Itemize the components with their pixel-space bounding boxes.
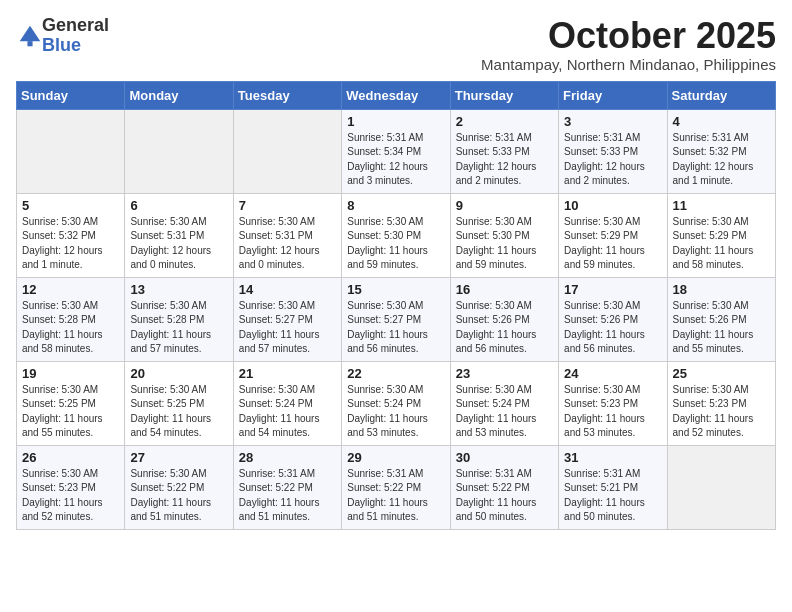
day-number: 3 [564,114,661,129]
day-info: Sunrise: 5:30 AM Sunset: 5:29 PM Dayligh… [564,215,661,273]
calendar-cell: 28Sunrise: 5:31 AM Sunset: 5:22 PM Dayli… [233,445,341,529]
day-info: Sunrise: 5:30 AM Sunset: 5:27 PM Dayligh… [347,299,444,357]
calendar-cell: 1Sunrise: 5:31 AM Sunset: 5:34 PM Daylig… [342,109,450,193]
day-number: 26 [22,450,119,465]
day-number: 13 [130,282,227,297]
header-wednesday: Wednesday [342,81,450,109]
day-number: 23 [456,366,553,381]
day-info: Sunrise: 5:30 AM Sunset: 5:29 PM Dayligh… [673,215,770,273]
calendar-cell: 19Sunrise: 5:30 AM Sunset: 5:25 PM Dayli… [17,361,125,445]
day-info: Sunrise: 5:30 AM Sunset: 5:26 PM Dayligh… [673,299,770,357]
logo-text: General Blue [42,16,109,56]
calendar-cell: 30Sunrise: 5:31 AM Sunset: 5:22 PM Dayli… [450,445,558,529]
calendar-cell: 6Sunrise: 5:30 AM Sunset: 5:31 PM Daylig… [125,193,233,277]
day-info: Sunrise: 5:30 AM Sunset: 5:23 PM Dayligh… [673,383,770,441]
calendar-week-1: 1Sunrise: 5:31 AM Sunset: 5:34 PM Daylig… [17,109,776,193]
day-number: 10 [564,198,661,213]
calendar-cell: 18Sunrise: 5:30 AM Sunset: 5:26 PM Dayli… [667,277,775,361]
day-info: Sunrise: 5:30 AM Sunset: 5:26 PM Dayligh… [564,299,661,357]
day-number: 4 [673,114,770,129]
calendar-cell: 20Sunrise: 5:30 AM Sunset: 5:25 PM Dayli… [125,361,233,445]
day-number: 18 [673,282,770,297]
day-number: 27 [130,450,227,465]
day-info: Sunrise: 5:30 AM Sunset: 5:31 PM Dayligh… [130,215,227,273]
day-info: Sunrise: 5:30 AM Sunset: 5:25 PM Dayligh… [22,383,119,441]
calendar-cell: 8Sunrise: 5:30 AM Sunset: 5:30 PM Daylig… [342,193,450,277]
calendar-cell: 27Sunrise: 5:30 AM Sunset: 5:22 PM Dayli… [125,445,233,529]
day-info: Sunrise: 5:30 AM Sunset: 5:23 PM Dayligh… [564,383,661,441]
calendar-cell: 13Sunrise: 5:30 AM Sunset: 5:28 PM Dayli… [125,277,233,361]
calendar-table: Sunday Monday Tuesday Wednesday Thursday… [16,81,776,530]
calendar-cell: 3Sunrise: 5:31 AM Sunset: 5:33 PM Daylig… [559,109,667,193]
logo-blue: Blue [42,36,109,56]
day-info: Sunrise: 5:30 AM Sunset: 5:28 PM Dayligh… [130,299,227,357]
day-info: Sunrise: 5:30 AM Sunset: 5:25 PM Dayligh… [130,383,227,441]
day-number: 9 [456,198,553,213]
day-info: Sunrise: 5:30 AM Sunset: 5:30 PM Dayligh… [347,215,444,273]
day-number: 28 [239,450,336,465]
day-number: 24 [564,366,661,381]
day-info: Sunrise: 5:30 AM Sunset: 5:30 PM Dayligh… [456,215,553,273]
calendar-cell: 31Sunrise: 5:31 AM Sunset: 5:21 PM Dayli… [559,445,667,529]
calendar-week-3: 12Sunrise: 5:30 AM Sunset: 5:28 PM Dayli… [17,277,776,361]
calendar-cell [125,109,233,193]
day-number: 21 [239,366,336,381]
page-header: General Blue October 2025 Mantampay, Nor… [16,16,776,73]
calendar-cell [17,109,125,193]
day-number: 17 [564,282,661,297]
calendar-cell: 4Sunrise: 5:31 AM Sunset: 5:32 PM Daylig… [667,109,775,193]
calendar-cell: 16Sunrise: 5:30 AM Sunset: 5:26 PM Dayli… [450,277,558,361]
month-title: October 2025 [481,16,776,56]
day-number: 6 [130,198,227,213]
day-info: Sunrise: 5:31 AM Sunset: 5:21 PM Dayligh… [564,467,661,525]
day-number: 1 [347,114,444,129]
day-number: 16 [456,282,553,297]
calendar-cell: 2Sunrise: 5:31 AM Sunset: 5:33 PM Daylig… [450,109,558,193]
day-info: Sunrise: 5:31 AM Sunset: 5:22 PM Dayligh… [239,467,336,525]
calendar-cell: 10Sunrise: 5:30 AM Sunset: 5:29 PM Dayli… [559,193,667,277]
day-info: Sunrise: 5:31 AM Sunset: 5:22 PM Dayligh… [347,467,444,525]
header-sunday: Sunday [17,81,125,109]
day-info: Sunrise: 5:31 AM Sunset: 5:33 PM Dayligh… [456,131,553,189]
day-info: Sunrise: 5:31 AM Sunset: 5:22 PM Dayligh… [456,467,553,525]
calendar-cell: 22Sunrise: 5:30 AM Sunset: 5:24 PM Dayli… [342,361,450,445]
day-number: 5 [22,198,119,213]
day-number: 19 [22,366,119,381]
header-thursday: Thursday [450,81,558,109]
calendar-cell: 24Sunrise: 5:30 AM Sunset: 5:23 PM Dayli… [559,361,667,445]
title-block: October 2025 Mantampay, Northern Mindana… [481,16,776,73]
day-number: 20 [130,366,227,381]
calendar-cell: 5Sunrise: 5:30 AM Sunset: 5:32 PM Daylig… [17,193,125,277]
calendar-header: Sunday Monday Tuesday Wednesday Thursday… [17,81,776,109]
day-info: Sunrise: 5:30 AM Sunset: 5:24 PM Dayligh… [347,383,444,441]
day-info: Sunrise: 5:30 AM Sunset: 5:26 PM Dayligh… [456,299,553,357]
day-info: Sunrise: 5:31 AM Sunset: 5:33 PM Dayligh… [564,131,661,189]
calendar-week-4: 19Sunrise: 5:30 AM Sunset: 5:25 PM Dayli… [17,361,776,445]
calendar-week-5: 26Sunrise: 5:30 AM Sunset: 5:23 PM Dayli… [17,445,776,529]
day-number: 12 [22,282,119,297]
day-number: 2 [456,114,553,129]
day-number: 22 [347,366,444,381]
day-info: Sunrise: 5:30 AM Sunset: 5:22 PM Dayligh… [130,467,227,525]
header-tuesday: Tuesday [233,81,341,109]
calendar-cell [233,109,341,193]
calendar-cell: 23Sunrise: 5:30 AM Sunset: 5:24 PM Dayli… [450,361,558,445]
calendar-week-2: 5Sunrise: 5:30 AM Sunset: 5:32 PM Daylig… [17,193,776,277]
day-info: Sunrise: 5:30 AM Sunset: 5:28 PM Dayligh… [22,299,119,357]
calendar-cell: 7Sunrise: 5:30 AM Sunset: 5:31 PM Daylig… [233,193,341,277]
calendar-cell: 29Sunrise: 5:31 AM Sunset: 5:22 PM Dayli… [342,445,450,529]
day-number: 8 [347,198,444,213]
calendar-cell: 17Sunrise: 5:30 AM Sunset: 5:26 PM Dayli… [559,277,667,361]
location-title: Mantampay, Northern Mindanao, Philippine… [481,56,776,73]
calendar-cell: 21Sunrise: 5:30 AM Sunset: 5:24 PM Dayli… [233,361,341,445]
logo-icon [18,24,42,48]
day-number: 11 [673,198,770,213]
svg-marker-0 [20,26,41,41]
day-info: Sunrise: 5:31 AM Sunset: 5:32 PM Dayligh… [673,131,770,189]
day-info: Sunrise: 5:31 AM Sunset: 5:34 PM Dayligh… [347,131,444,189]
calendar-cell: 14Sunrise: 5:30 AM Sunset: 5:27 PM Dayli… [233,277,341,361]
header-monday: Monday [125,81,233,109]
day-info: Sunrise: 5:30 AM Sunset: 5:27 PM Dayligh… [239,299,336,357]
day-info: Sunrise: 5:30 AM Sunset: 5:32 PM Dayligh… [22,215,119,273]
day-number: 31 [564,450,661,465]
